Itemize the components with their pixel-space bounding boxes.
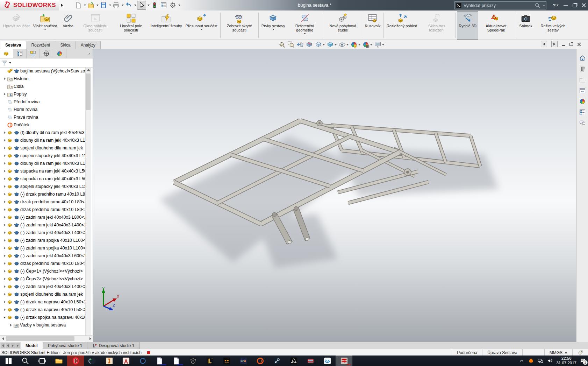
- tab-analýzy[interactable]: Analýzy: [76, 41, 101, 49]
- expand-arrow[interactable]: [2, 239, 7, 242]
- view-orientation-button[interactable]: [314, 41, 325, 49]
- tree-row[interactable]: drzak predniho ramu 40x10 L80<: [0, 206, 85, 213]
- move-component-dropdown-caret[interactable]: [200, 29, 202, 30]
- hscroll-thumb[interactable]: [6, 336, 74, 341]
- move-component-button[interactable]: Přesunout součást: [184, 11, 219, 40]
- tree-vertical-scrollbar[interactable]: [85, 67, 91, 366]
- undo-button[interactable]: [124, 1, 133, 9]
- expand-arrow[interactable]: [2, 216, 7, 219]
- tree-row[interactable]: spojeni dlouheho dilu na ram jek: [0, 290, 85, 298]
- expand-arrow[interactable]: [2, 224, 7, 226]
- open-dropdown-caret[interactable]: [96, 5, 99, 6]
- tree-row[interactable]: spojeni stupacky jekl 40x40x3 L11: [0, 152, 85, 160]
- tab-sestava[interactable]: Sestava: [0, 41, 26, 49]
- edit-appearance-button[interactable]: [350, 41, 361, 49]
- expand-arrow[interactable]: [2, 208, 7, 211]
- tree-row[interactable]: Počátek: [0, 121, 85, 129]
- file-explorer[interactable]: [50, 356, 67, 366]
- motion-study-button[interactable]: Nová pohybová studie: [325, 11, 361, 40]
- options-gear-button[interactable]: [168, 1, 177, 9]
- expand-arrow[interactable]: [2, 200, 7, 203]
- previous-view-button[interactable]: [296, 41, 304, 49]
- expand-arrow[interactable]: [2, 93, 7, 96]
- graphics-viewport[interactable]: Y X Z: [93, 49, 576, 342]
- appearance-manager-pane-button[interactable]: [578, 97, 587, 106]
- steam[interactable]: [268, 356, 285, 366]
- expand-arrow[interactable]: [2, 139, 7, 142]
- scroll-right-button[interactable]: [87, 336, 93, 342]
- expand-arrow[interactable]: [2, 270, 7, 273]
- configuration-manager-tab[interactable]: [27, 49, 40, 58]
- tree-row[interactable]: (-) zadni ram jekl 40x40x3 L600<1: [0, 252, 85, 260]
- command-search[interactable]: Vyhledat příkazy: [454, 1, 546, 9]
- scroll-thumb[interactable]: [86, 73, 91, 110]
- tree-row[interactable]: (-) drzak predniho ramu 40x10 L8: [0, 190, 85, 198]
- tree-row[interactable]: Přední rovina: [0, 98, 85, 106]
- expand-arrow[interactable]: [2, 147, 7, 149]
- assassins-creed[interactable]: [285, 356, 302, 366]
- save-button[interactable]: [99, 1, 108, 9]
- custom-properties-pane-button[interactable]: [578, 108, 587, 117]
- tree-row[interactable]: drzak predniho ramu 40x10 L80<: [0, 198, 85, 206]
- start-button[interactable]: [0, 356, 17, 366]
- tree-row[interactable]: (-) drzak na napravu 40x10 L50<1: [0, 298, 85, 306]
- home-pane-button[interactable]: [578, 54, 587, 62]
- hide-show-items-dropdown-caret[interactable]: [346, 44, 349, 45]
- network-icon[interactable]: [537, 358, 544, 364]
- autodesk-inventor[interactable]: [101, 356, 117, 366]
- tree-row[interactable]: stupacka na ram jekl 40x40x3 L50: [0, 167, 85, 175]
- assembly-features-button[interactable]: Prvky sestavy: [260, 11, 287, 40]
- magnifier-icon[interactable]: [535, 2, 540, 8]
- tree-row[interactable]: Horní rovina: [0, 106, 85, 113]
- expand-arrow[interactable]: [2, 254, 7, 257]
- assembly-3d-model[interactable]: [93, 49, 576, 342]
- display-style-dropdown-caret[interactable]: [335, 44, 337, 45]
- new-document-dropdown-caret[interactable]: [84, 5, 86, 6]
- tree-row[interactable]: (f) dlouhy dil na ram jekl 40x40x3: [0, 129, 85, 136]
- expand-arrow[interactable]: [2, 193, 7, 196]
- tree-row[interactable]: (-) zadni ram jekl 40x40x3 L800<1: [0, 213, 85, 221]
- feature-tree-tab[interactable]: [0, 49, 13, 58]
- expand-arrow[interactable]: [2, 285, 7, 288]
- help-button[interactable]: ?: [553, 2, 559, 8]
- tree-row[interactable]: stupacka na ram jekl 40x40x3 L50: [0, 175, 85, 183]
- task-view[interactable]: [34, 356, 50, 366]
- tree-row[interactable]: (-) zadni ram jekl 40x40x3 L400<1: [0, 221, 85, 229]
- expand-arrow[interactable]: [2, 177, 7, 180]
- daemon-tools[interactable]: [84, 356, 101, 366]
- update-speedpak-button[interactable]: Aktualizovat SpeedPak: [478, 11, 514, 40]
- world-of-tanks[interactable]: [185, 356, 201, 366]
- tree-row[interactable]: Čidla: [0, 83, 85, 90]
- doc-restore-button[interactable]: [569, 43, 573, 46]
- tab-model[interactable]: Model: [21, 342, 43, 349]
- assembly-features-dropdown-caret[interactable]: [272, 29, 274, 30]
- tree-row[interactable]: (-) zadni ram spojka 40x10 L100<: [0, 237, 85, 244]
- close-button[interactable]: [582, 3, 586, 7]
- tab-rozvržení[interactable]: Rozvržení: [26, 41, 55, 49]
- exploded-view-button[interactable]: Rozložený pohled: [385, 11, 419, 40]
- tab-skica[interactable]: Skica: [55, 41, 76, 49]
- next-window-button[interactable]: [551, 41, 558, 47]
- expand-arrow[interactable]: [2, 131, 7, 134]
- large-assembly-mode-button[interactable]: Režim velkých sestav: [535, 11, 571, 40]
- instant-3d-button[interactable]: Rychlé 3D: [457, 11, 478, 40]
- file-explorer-pane-pane-button[interactable]: [578, 76, 587, 84]
- solidworks-2017[interactable]: 2017: [336, 356, 352, 366]
- taskbar-search[interactable]: [17, 356, 34, 366]
- tray-expand-icon[interactable]: [518, 358, 525, 364]
- tree-row[interactable]: (-) drzak spojka na napravu 40x10: [0, 314, 85, 321]
- expand-arrow[interactable]: [2, 162, 7, 165]
- tree-row[interactable]: Vazby v bugina sestava: [0, 321, 85, 329]
- print-button[interactable]: [112, 1, 120, 9]
- game-shortcut[interactable]: [218, 356, 235, 366]
- reference-geometry-dropdown-caret[interactable]: [304, 33, 306, 34]
- bom-button[interactable]: Kusovník: [363, 11, 382, 40]
- volume-icon[interactable]: [547, 358, 553, 364]
- appearance-manager-tab[interactable]: [53, 49, 66, 58]
- restore-button[interactable]: [573, 3, 577, 7]
- tree-filter-row[interactable]: [0, 58, 93, 68]
- display-settings-button[interactable]: [159, 1, 168, 9]
- view-palette-pane-button[interactable]: [578, 86, 587, 95]
- notification-center-icon[interactable]: 1: [580, 358, 586, 364]
- previous-window-button[interactable]: [541, 41, 547, 47]
